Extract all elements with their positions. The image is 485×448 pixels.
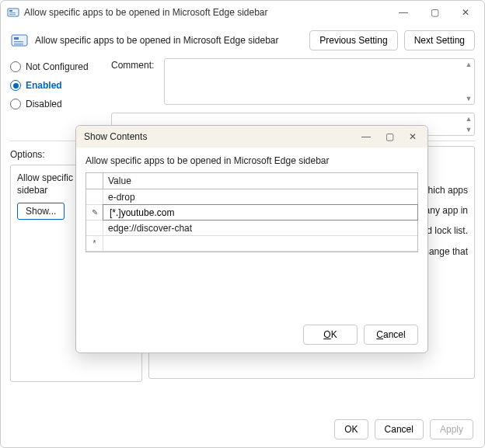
radio-icon bbox=[10, 61, 21, 72]
grid-cell-editing[interactable] bbox=[103, 204, 418, 221]
grid-cell-input[interactable] bbox=[108, 207, 413, 219]
grid-header-value: Value bbox=[103, 173, 417, 189]
dialog-maximize-button[interactable]: ▢ bbox=[378, 126, 401, 148]
show-contents-dialog: Show Contents — ▢ ✕ Allow specific apps … bbox=[75, 125, 428, 353]
grid-row[interactable]: edge://discover-chat bbox=[86, 221, 417, 236]
radio-enabled[interactable]: Enabled bbox=[10, 80, 103, 91]
main-footer: OK Cancel Apply bbox=[334, 419, 473, 439]
policy-icon bbox=[10, 31, 29, 50]
svg-rect-6 bbox=[14, 41, 23, 43]
row-marker bbox=[86, 189, 103, 204]
window-title: Allow specific apps to be opened in Micr… bbox=[7, 6, 388, 19]
dialog-cancel-button[interactable]: Cancel bbox=[364, 325, 418, 345]
dialog-minimize-button[interactable]: — bbox=[354, 126, 378, 148]
new-row-marker-icon: * bbox=[86, 236, 103, 251]
svg-rect-3 bbox=[9, 14, 16, 15]
row-marker bbox=[86, 221, 103, 235]
edit-marker-icon: ✎ bbox=[86, 205, 103, 220]
comment-label: Comment: bbox=[111, 58, 158, 109]
gpo-editor-window: Allow specific apps to be opened in Micr… bbox=[0, 0, 485, 448]
policy-title: Allow specific apps to be opened in Micr… bbox=[35, 35, 303, 46]
grid-cell[interactable] bbox=[103, 236, 417, 251]
apply-button[interactable]: Apply bbox=[430, 419, 473, 439]
scroll-down-icon[interactable]: ▼ bbox=[464, 125, 473, 134]
grid-row[interactable]: ✎ bbox=[86, 205, 417, 221]
grid-header: Value bbox=[86, 173, 417, 189]
radio-icon bbox=[10, 99, 21, 109]
ok-button[interactable]: OK bbox=[334, 419, 368, 439]
cancel-button[interactable]: Cancel bbox=[375, 419, 424, 439]
grid-cell[interactable]: edge://discover-chat bbox=[103, 221, 417, 235]
svg-rect-2 bbox=[9, 12, 16, 13]
value-grid: Value e-drop ✎ edge://discover-chat bbox=[85, 172, 418, 252]
window-minimize-button[interactable]: — bbox=[388, 2, 419, 23]
radio-label: Enabled bbox=[26, 80, 62, 91]
window-close-button[interactable]: ✕ bbox=[450, 2, 481, 23]
radio-disabled[interactable]: Disabled bbox=[10, 99, 103, 109]
grid-row[interactable]: e-drop bbox=[86, 189, 417, 205]
policy-icon bbox=[7, 6, 19, 19]
dialog-title: Show Contents bbox=[84, 131, 354, 142]
grid-header-marker bbox=[86, 173, 103, 189]
previous-setting-button[interactable]: Previous Setting bbox=[309, 30, 397, 50]
dialog-footer: OK Cancel bbox=[76, 318, 427, 352]
scroll-up-icon[interactable]: ▲ bbox=[464, 60, 473, 69]
grid-row-new[interactable]: * bbox=[86, 236, 417, 252]
titlebar: Allow specific apps to be opened in Micr… bbox=[1, 1, 484, 24]
state-radio-group: Not Configured Enabled Disabled bbox=[10, 58, 103, 109]
dialog-titlebar: Show Contents — ▢ ✕ bbox=[76, 126, 427, 148]
scroll-up-icon[interactable]: ▲ bbox=[464, 114, 473, 123]
radio-icon bbox=[10, 80, 21, 91]
radio-label: Disabled bbox=[26, 99, 62, 109]
next-setting-button[interactable]: Next Setting bbox=[404, 30, 475, 50]
radio-not-configured[interactable]: Not Configured bbox=[10, 61, 103, 72]
dialog-label: Allow specific apps to be opened in Micr… bbox=[85, 155, 418, 166]
scroll-down-icon[interactable]: ▼ bbox=[464, 94, 473, 103]
grid-cell[interactable]: e-drop bbox=[103, 189, 417, 204]
window-maximize-button[interactable]: ▢ bbox=[419, 2, 450, 23]
dialog-ok-button[interactable]: OK bbox=[303, 325, 358, 345]
radio-label: Not Configured bbox=[26, 61, 89, 72]
comment-textarea[interactable]: ▲ ▼ bbox=[164, 58, 475, 105]
dialog-close-button[interactable]: ✕ bbox=[401, 126, 424, 148]
svg-rect-7 bbox=[14, 43, 23, 45]
header-row: Allow specific apps to be opened in Micr… bbox=[1, 24, 484, 54]
svg-rect-5 bbox=[14, 37, 19, 40]
show-button[interactable]: Show... bbox=[17, 203, 65, 220]
svg-rect-1 bbox=[9, 10, 12, 12]
